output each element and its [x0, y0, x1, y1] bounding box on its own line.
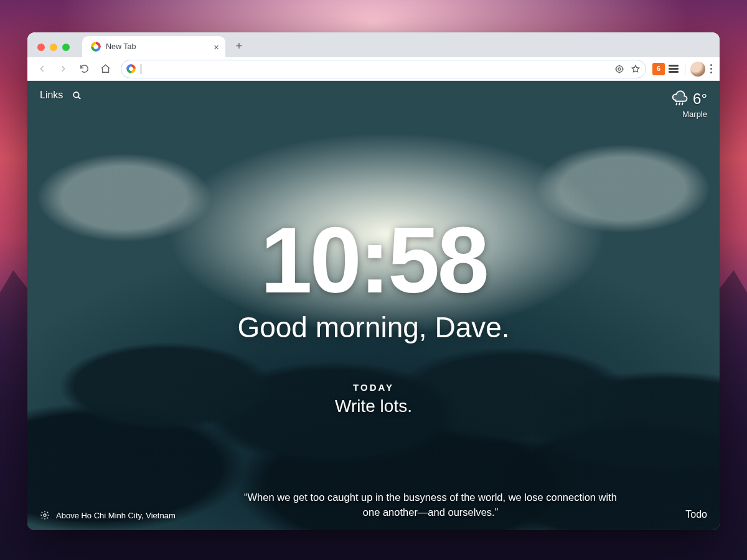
page-bottom-bar: Above Ho Chi Minh City, Vietnam “When we…	[40, 490, 707, 520]
home-icon	[100, 63, 111, 74]
links-label: Links	[40, 90, 63, 101]
arrow-right-icon	[58, 63, 68, 74]
forward-button[interactable]	[54, 60, 72, 78]
photo-credit[interactable]: Above Ho Chi Minh City, Vietnam	[56, 511, 176, 520]
svg-point-3	[44, 514, 46, 516]
tab-title: New Tab	[106, 42, 136, 51]
arrow-left-icon	[37, 63, 47, 74]
clock-time: 10:58	[27, 213, 720, 307]
toolbar-divider	[685, 63, 685, 75]
window-controls	[34, 44, 73, 57]
reload-button[interactable]	[75, 60, 93, 78]
weather-temperature: 6°	[693, 90, 707, 108]
todo-button[interactable]: Todo	[685, 509, 707, 520]
window-close-button[interactable]	[37, 44, 45, 51]
home-button[interactable]	[96, 60, 115, 78]
reload-icon	[79, 63, 90, 74]
page-top-bar: Links 6° Marple	[40, 90, 707, 119]
center-block: 10:58 Good morning, Dave.	[27, 213, 720, 344]
browser-toolbar: 6	[27, 57, 720, 81]
star-icon[interactable]	[631, 64, 641, 74]
search-icon[interactable]	[72, 90, 82, 101]
svg-point-0	[618, 68, 621, 70]
focus-block[interactable]: TODAY Write lots.	[335, 382, 412, 416]
tab-close-button[interactable]: ×	[214, 42, 219, 52]
extension-icon-orange[interactable]: 6	[652, 63, 665, 75]
focus-text: Write lots.	[335, 396, 412, 416]
google-icon	[126, 64, 136, 73]
greeting-text: Good morning, Dave.	[27, 310, 720, 344]
window-zoom-button[interactable]	[62, 44, 70, 51]
focus-label: TODAY	[335, 382, 412, 393]
gear-icon[interactable]	[40, 510, 50, 520]
window-minimize-button[interactable]	[50, 44, 57, 51]
text-caret	[141, 64, 141, 74]
rain-cloud-icon	[670, 90, 689, 108]
weather-location: Marple	[682, 110, 707, 119]
svg-point-2	[74, 92, 80, 98]
tab-favicon	[91, 42, 101, 52]
new-tab-button[interactable]: +	[230, 37, 248, 55]
back-button[interactable]	[32, 60, 51, 78]
location-target-icon[interactable]	[614, 64, 624, 74]
profile-avatar[interactable]	[690, 62, 705, 77]
links-menu[interactable]: Links	[40, 90, 82, 101]
browser-window: New Tab × + 6 Links	[27, 32, 720, 530]
weather-widget[interactable]: 6° Marple	[670, 90, 707, 119]
address-bar[interactable]	[121, 60, 646, 78]
extension-icon-buffer[interactable]	[667, 63, 680, 75]
quote-text[interactable]: “When we get too caught up in the busyne…	[232, 490, 630, 520]
browser-tab[interactable]: New Tab ×	[82, 36, 225, 57]
svg-point-1	[616, 65, 623, 72]
tab-strip: New Tab × +	[27, 32, 720, 57]
browser-menu-button[interactable]	[708, 62, 715, 76]
new-tab-page: Links 6° Marple 10:58 Good morning, Dave…	[27, 81, 720, 530]
